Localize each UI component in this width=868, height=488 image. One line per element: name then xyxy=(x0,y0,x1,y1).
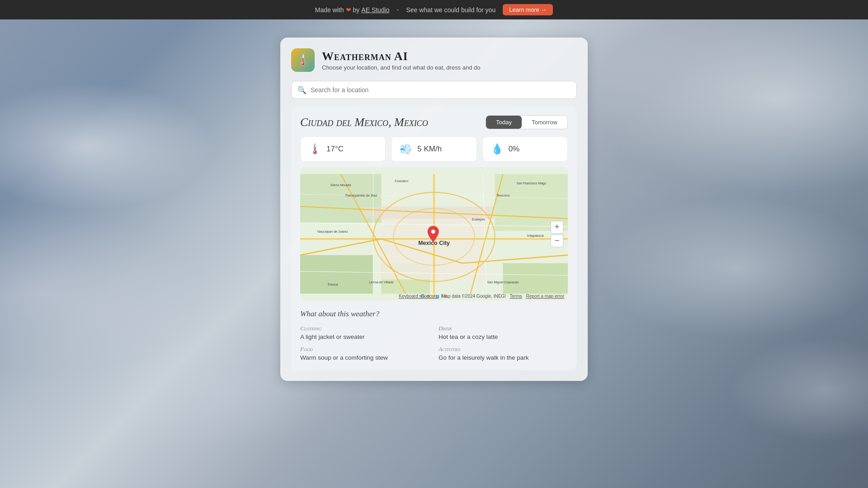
thermometer-icon: 🌡️ xyxy=(309,143,321,155)
city-name: Ciudad del Mexico, Mexico xyxy=(300,116,428,129)
activities-label: Activities xyxy=(439,346,568,353)
keyboard-shortcuts[interactable]: Keyboard shortcuts xyxy=(399,294,438,299)
search-icon: 🔍 xyxy=(297,86,307,94)
made-with-text: Made with ❤ by AE Studio xyxy=(315,6,390,14)
food-value: Warm soup or a comforting stew xyxy=(300,354,429,361)
svg-text:San Miguel Coyoacán: San Miguel Coyoacán xyxy=(487,281,519,284)
svg-text:San Francisco Magu: San Francisco Magu xyxy=(516,182,546,185)
svg-text:Tlalnepantla de Baz: Tlalnepantla de Baz xyxy=(345,193,377,197)
drink-suggestion: Drink Hot tea or a cozy latte xyxy=(439,325,568,340)
report-link[interactable]: Report a map error xyxy=(526,294,564,299)
clothing-label: Clothing xyxy=(300,325,429,332)
see-text: See what we could build for you xyxy=(406,6,496,14)
wind-icon: 💨 xyxy=(400,143,412,155)
map-svg: Mexico City Texcoco Tlalnepantla de Baz … xyxy=(300,167,568,300)
activities-value: Go for a leisurely walk in the park xyxy=(439,354,568,361)
weather-card: Ciudad del Mexico, Mexico Today Tomorrow… xyxy=(291,106,577,370)
drink-value: Hot tea or a cozy latte xyxy=(439,333,568,340)
city-header: Ciudad del Mexico, Mexico Today Tomorrow xyxy=(300,115,568,129)
main-content: 🌡️ Weatherman AI Choose your location, a… xyxy=(0,19,868,381)
svg-text:Naucalpan de Juárez: Naucalpan de Juárez xyxy=(317,230,348,234)
svg-text:Toluca: Toluca xyxy=(327,282,338,286)
terms-link[interactable]: Terms xyxy=(510,294,522,299)
svg-text:Ixtapaluca: Ixtapaluca xyxy=(527,234,544,238)
temperature-value: 17°C xyxy=(326,145,344,154)
food-label: Food xyxy=(300,346,429,353)
map-controls: + − xyxy=(551,221,563,247)
svg-text:Lerma de Villada: Lerma de Villada xyxy=(369,281,394,284)
map-data-text: Map data ©2024 Google, INEGI xyxy=(442,294,506,299)
food-suggestion: Food Warm soup or a comforting stew xyxy=(300,346,429,361)
svg-rect-2 xyxy=(300,255,373,294)
separator-dot: • xyxy=(397,6,399,14)
tab-tomorrow[interactable]: Tomorrow xyxy=(522,116,567,129)
main-panel: 🌡️ Weatherman AI Choose your location, a… xyxy=(280,38,588,381)
humidity-icon: 💧 xyxy=(491,143,503,155)
zoom-out-button[interactable]: − xyxy=(551,235,563,247)
activities-suggestion: Activities Go for a leisurely walk in th… xyxy=(439,346,568,361)
humidity-card: 💧 0% xyxy=(482,136,568,162)
learn-more-button[interactable]: Learn more → xyxy=(503,4,553,15)
svg-point-36 xyxy=(431,230,435,234)
zoom-in-button[interactable]: + xyxy=(551,221,563,234)
tab-today[interactable]: Today xyxy=(486,116,522,129)
tab-group: Today Tomorrow xyxy=(486,115,568,129)
what-about-section: What about this weather? Clothing A ligh… xyxy=(300,308,568,361)
svg-text:Sierra Nevada: Sierra Nevada xyxy=(330,183,351,187)
app-title-group: Weatherman AI Choose your location, and … xyxy=(322,50,481,71)
app-title: Weatherman AI xyxy=(322,50,481,63)
logo-icon: 🌡️ xyxy=(296,54,310,66)
map-data-attribution: Keyboard shortcuts Map data ©2024 Google… xyxy=(399,294,564,299)
made-with-label: Made with xyxy=(315,6,344,14)
wind-card: 💨 5 KM/h xyxy=(391,136,476,162)
svg-text:Ecatepec: Ecatepec xyxy=(472,218,486,221)
app-logo: 🌡️ xyxy=(291,48,315,72)
wind-value: 5 KM/h xyxy=(417,145,442,154)
svg-text:Coacalco: Coacalco xyxy=(395,179,408,183)
stats-row: 🌡️ 17°C 💨 5 KM/h 💧 0% xyxy=(300,136,568,162)
search-container: 🔍 xyxy=(291,81,577,99)
map-container: Mexico City Texcoco Tlalnepantla de Baz … xyxy=(300,167,568,300)
app-subtitle: Choose your location, and find out what … xyxy=(322,64,481,71)
clothing-suggestion: Clothing A light jacket or sweater xyxy=(300,325,429,340)
svg-text:Texcoco: Texcoco xyxy=(496,193,510,197)
suggestions-grid: Clothing A light jacket or sweater Drink… xyxy=(300,325,568,361)
search-input[interactable] xyxy=(291,81,577,99)
by-label: by xyxy=(353,6,360,14)
studio-link[interactable]: AE Studio xyxy=(361,6,389,14)
app-header: 🌡️ Weatherman AI Choose your location, a… xyxy=(291,48,577,72)
temperature-card: 🌡️ 17°C xyxy=(300,136,386,162)
what-about-title: What about this weather? xyxy=(300,310,568,319)
heart-icon: ❤ xyxy=(346,6,351,14)
top-bar: Made with ❤ by AE Studio • See what we c… xyxy=(0,0,868,19)
humidity-value: 0% xyxy=(509,145,520,154)
svg-rect-4 xyxy=(503,263,568,294)
drink-label: Drink xyxy=(439,325,568,332)
clothing-value: A light jacket or sweater xyxy=(300,333,429,340)
